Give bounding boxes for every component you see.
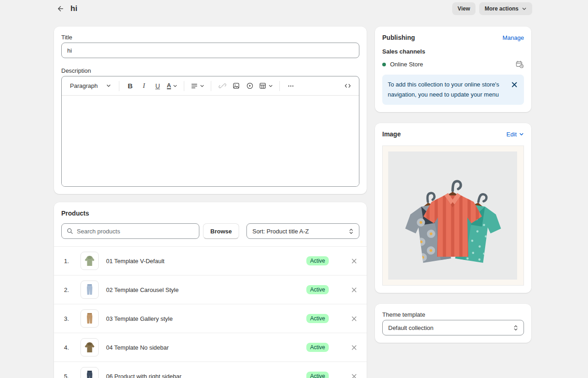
row-index: 2. xyxy=(64,286,74,293)
sort-select[interactable]: Sort: Product title A-Z xyxy=(246,223,359,239)
edit-image-label: Edit xyxy=(507,131,517,138)
show-html-button[interactable] xyxy=(341,79,354,93)
status-badge: Active xyxy=(306,343,329,352)
underline-button[interactable]: U xyxy=(151,79,165,93)
remove-product-button[interactable] xyxy=(347,341,360,354)
banner-close-button[interactable] xyxy=(510,81,519,89)
bold-button[interactable]: B xyxy=(123,79,137,93)
shirts-illustration xyxy=(388,151,517,280)
remove-product-button[interactable] xyxy=(347,283,360,296)
description-textarea[interactable] xyxy=(62,96,359,186)
chevron-down-icon xyxy=(173,84,177,88)
row-index: 4. xyxy=(64,344,74,351)
theme-template-select[interactable]: Default collection xyxy=(382,320,524,335)
remove-product-button[interactable] xyxy=(347,370,360,378)
text-color-icon: A xyxy=(167,82,171,89)
toolbar-divider xyxy=(211,81,211,91)
edit-image-dropdown[interactable]: Edit xyxy=(507,131,524,138)
close-icon xyxy=(511,81,518,88)
close-icon xyxy=(351,316,357,322)
close-icon xyxy=(351,287,357,293)
alignment-dropdown[interactable] xyxy=(188,79,207,93)
underline-icon: U xyxy=(155,82,160,90)
remove-product-button[interactable] xyxy=(347,254,360,267)
sort-chevrons-icon xyxy=(513,324,519,331)
toolbar-divider xyxy=(184,81,184,91)
manage-publishing-link[interactable]: Manage xyxy=(502,34,524,41)
title-input[interactable] xyxy=(61,43,359,58)
row-index: 3. xyxy=(64,315,74,322)
code-icon xyxy=(344,82,352,90)
product-link[interactable]: 04 Template No sidebar xyxy=(106,344,306,351)
toolbar-divider xyxy=(279,81,280,91)
header-actions: View More actions xyxy=(452,2,532,15)
insert-link-button[interactable] xyxy=(215,79,229,93)
italic-icon: I xyxy=(143,82,145,90)
collection-image xyxy=(382,146,524,286)
sort-select-value: Sort: Product title A-Z xyxy=(252,228,309,235)
view-button[interactable]: View xyxy=(452,2,476,15)
products-card: Products Browse Sort: Product title A-Z xyxy=(54,202,367,378)
product-link[interactable]: 02 Template Carousel Style xyxy=(106,286,306,293)
product-link[interactable]: 03 Template Gallery style xyxy=(106,315,306,322)
publishing-card: Publishing Manage Sales channels Online … xyxy=(375,27,531,112)
collection-details-card: Title Description Paragraph B I U xyxy=(54,27,367,194)
row-index: 1. xyxy=(64,258,74,265)
paragraph-style-dropdown[interactable]: Paragraph xyxy=(66,79,115,93)
update-menu-link[interactable]: update your menu xyxy=(451,91,499,98)
bold-icon: B xyxy=(128,82,133,90)
theme-template-card: Theme template Default collection xyxy=(375,304,531,343)
channel-active-dot xyxy=(382,63,386,66)
page-header: hi View More actions xyxy=(0,0,588,17)
theme-template-label: Theme template xyxy=(382,311,524,318)
image-icon xyxy=(232,82,240,90)
status-badge: Active xyxy=(306,285,329,294)
calendar-clock-icon xyxy=(515,60,524,69)
table-icon xyxy=(259,82,267,90)
chevron-down-icon xyxy=(522,6,527,11)
search-products-field[interactable] xyxy=(61,223,199,239)
back-button[interactable] xyxy=(54,2,67,15)
remove-product-button[interactable] xyxy=(347,312,360,325)
search-products-input[interactable] xyxy=(77,228,194,235)
more-formatting-button[interactable] xyxy=(284,79,298,93)
editor-toolbar: Paragraph B I U A xyxy=(62,76,359,96)
align-left-icon xyxy=(191,82,198,90)
insert-video-button[interactable] xyxy=(243,79,257,93)
text-color-button[interactable]: A xyxy=(165,79,180,93)
products-heading: Products xyxy=(61,210,359,217)
publishing-heading: Publishing xyxy=(382,34,415,41)
status-badge: Active xyxy=(306,372,329,378)
product-list: 1. 01 Template V-Default Active 2. 02 Te… xyxy=(54,246,367,378)
status-badge: Active xyxy=(306,314,329,323)
table-row: 1. 01 Template V-Default Active xyxy=(54,246,367,275)
banner-text: To add this collection to your online st… xyxy=(388,80,507,100)
page-title: hi xyxy=(70,4,78,13)
close-icon xyxy=(351,258,357,264)
back-arrow-icon xyxy=(56,5,64,13)
product-thumbnail xyxy=(80,309,99,328)
browse-button[interactable]: Browse xyxy=(203,223,239,239)
channel-row: Online Store xyxy=(382,60,524,69)
status-badge: Active xyxy=(306,256,329,265)
italic-button[interactable]: I xyxy=(137,79,151,93)
chevron-down-icon xyxy=(519,132,524,137)
product-link[interactable]: 06 Product with right sidebar xyxy=(106,373,306,378)
chevron-down-icon xyxy=(200,84,204,88)
search-icon xyxy=(66,227,74,235)
view-button-label: View xyxy=(458,5,470,12)
insert-table-dropdown[interactable] xyxy=(257,79,275,93)
product-thumbnail xyxy=(80,338,99,356)
table-row: 2. 02 Template Carousel Style Active xyxy=(54,275,367,304)
link-icon xyxy=(219,82,226,90)
product-link[interactable]: 01 Template V-Default xyxy=(106,258,306,265)
sort-chevrons-icon xyxy=(348,228,354,235)
play-circle-icon xyxy=(246,82,254,90)
insert-image-button[interactable] xyxy=(229,79,243,93)
browse-button-label: Browse xyxy=(210,228,232,235)
close-icon xyxy=(351,373,357,378)
more-actions-button[interactable]: More actions xyxy=(479,2,532,15)
products-toolbar: Browse Sort: Product title A-Z xyxy=(61,223,359,239)
table-row: 3. 03 Template Gallery style Active xyxy=(54,304,367,333)
info-banner: To add this collection to your online st… xyxy=(382,75,524,105)
